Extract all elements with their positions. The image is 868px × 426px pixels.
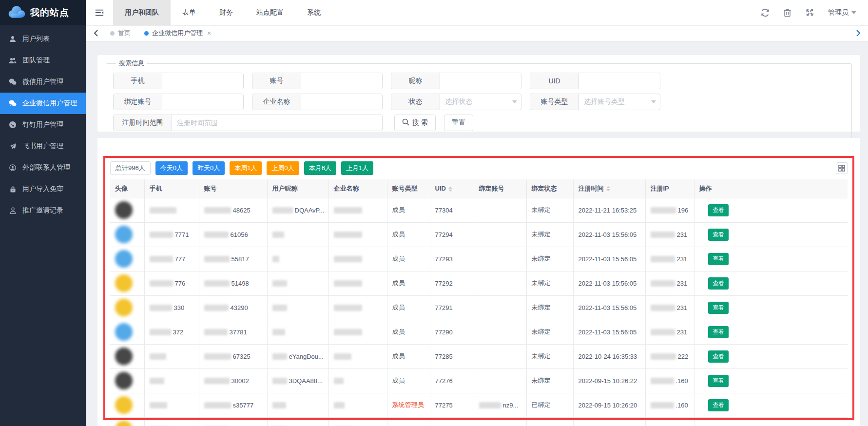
uid-cell: 77294 xyxy=(430,222,474,247)
redacted-text xyxy=(334,378,344,384)
view-button[interactable]: 查看 xyxy=(708,399,729,411)
redacted-text xyxy=(204,280,230,287)
sidebar-item[interactable]: 团队管理 xyxy=(0,50,86,71)
account-type-select[interactable]: 选择账号类型 xyxy=(579,94,647,110)
sidebar-item-label: 团队管理 xyxy=(22,56,50,65)
top-menu-item[interactable]: 财务 xyxy=(208,0,245,25)
phone-field-group: 手机 xyxy=(113,73,244,89)
avatar-cell xyxy=(110,320,144,344)
bind-account-input[interactable] xyxy=(162,94,243,110)
action-cell: 查看 xyxy=(694,222,743,247)
account-type-field-group: 账号类型选择账号类型 xyxy=(530,94,660,110)
users-icon xyxy=(9,57,17,64)
column-header-label: 注册IP xyxy=(651,185,669,192)
column-header[interactable]: UID xyxy=(430,179,474,198)
phone-input[interactable] xyxy=(162,73,243,89)
avatar xyxy=(115,226,133,243)
page-tabs: 首页企业微信用户管理× xyxy=(103,25,218,41)
status-select[interactable]: 选择状态 xyxy=(440,94,508,110)
account-input[interactable] xyxy=(301,73,382,89)
sidebar-item[interactable]: 用户列表 xyxy=(0,28,86,50)
page-tab[interactable]: 首页 xyxy=(103,25,137,41)
column-header-label: 头像 xyxy=(115,185,128,192)
redacted-text xyxy=(204,378,230,384)
table-row: s35777系统管理员77275nz9...已绑定2022-09-15 10:2… xyxy=(110,393,848,417)
search-button[interactable]: 搜 索 xyxy=(394,115,436,131)
column-header[interactable]: 注册时间 xyxy=(573,179,645,198)
bind-account-cell xyxy=(474,198,526,222)
view-button[interactable]: 查看 xyxy=(708,277,729,290)
row-filler xyxy=(743,222,848,247)
reset-button[interactable]: 重置 xyxy=(444,115,473,131)
redacted-text xyxy=(272,329,285,335)
status-field-group: 状态选择状态 xyxy=(391,94,521,110)
view-button[interactable]: 查看 xyxy=(708,253,729,265)
page-tab[interactable]: 企业微信用户管理× xyxy=(137,25,218,41)
phone-cell xyxy=(144,417,199,426)
admin-name: 管理员 xyxy=(828,8,849,17)
action-cell xyxy=(694,417,743,426)
table-body: 48625DQAAvP...成员77304未绑定2022-11-21 16:53… xyxy=(110,198,848,426)
company-name-input[interactable] xyxy=(301,94,382,110)
redacted-text xyxy=(272,207,293,213)
bind-status-cell: 未绑定 xyxy=(526,222,573,247)
redacted-text xyxy=(651,402,674,408)
tabs-scroll-right-icon[interactable] xyxy=(852,30,864,37)
sidebar-item[interactable]: 企业微信用户管理 xyxy=(0,93,86,114)
account-cell: 30002 xyxy=(199,368,267,393)
nickname-cell xyxy=(267,393,328,417)
column-settings-icon[interactable] xyxy=(836,162,848,174)
redacted-text xyxy=(150,353,166,360)
nickname-input[interactable] xyxy=(440,73,521,89)
top-menu-item[interactable]: 站点配置 xyxy=(245,0,295,25)
sidebar-item[interactable]: 推广邀请记录 xyxy=(0,200,86,221)
sidebar-item[interactable]: 飞书用户管理 xyxy=(0,136,86,157)
bind-account-cell: nz9... xyxy=(474,393,526,417)
view-button[interactable]: 查看 xyxy=(708,326,729,338)
refresh-icon[interactable] xyxy=(761,8,770,17)
top-menu-item[interactable]: 用户和团队 xyxy=(113,0,171,25)
table-row: 77755817成员77293未绑定2022-11-03 15:56:05231… xyxy=(110,247,848,271)
nickname-cell xyxy=(267,247,328,271)
view-button[interactable]: 查看 xyxy=(708,375,729,387)
redacted-text xyxy=(651,232,675,238)
reg-ip-cell: 231 xyxy=(645,320,694,344)
sidebar-item[interactable]: 外部联系人管理 xyxy=(0,157,86,178)
sidebar-item[interactable]: 用户导入免审 xyxy=(0,178,86,200)
view-button[interactable]: 查看 xyxy=(708,204,729,216)
uid-input[interactable] xyxy=(579,73,660,89)
reg-ip-cell: 231 xyxy=(645,295,694,320)
reg-time-range-input[interactable] xyxy=(172,115,382,131)
redacted-text xyxy=(272,280,287,287)
nickname-label: 昵称 xyxy=(391,73,440,89)
view-button[interactable]: 查看 xyxy=(708,302,729,314)
column-header-label: 绑定账号 xyxy=(479,185,504,192)
admin-dropdown[interactable]: 管理员 xyxy=(828,8,856,17)
reg-ip-cell: 231 xyxy=(645,222,694,247)
sort-icon[interactable] xyxy=(606,186,610,191)
avatar-cell xyxy=(110,368,144,393)
uid-field-group: UID xyxy=(530,73,660,89)
sidebar-collapse-icon[interactable] xyxy=(86,0,113,25)
top-header: 用户和团队表单财务站点配置系统 xyxy=(86,0,868,25)
view-button[interactable]: 查看 xyxy=(708,229,729,241)
column-header: 头像 xyxy=(110,179,144,198)
tab-close-icon[interactable]: × xyxy=(207,29,211,37)
top-menu-item[interactable]: 表单 xyxy=(171,0,208,25)
redacted-text xyxy=(651,280,675,287)
reg-time-cell: 2022-11-03 15:56:05 xyxy=(573,320,645,344)
bind-account-cell xyxy=(474,247,526,271)
nickname-cell xyxy=(267,295,328,320)
bind-account-cell xyxy=(474,368,526,393)
tabs-scroll-left-icon[interactable] xyxy=(90,30,101,37)
top-menu-item[interactable]: 系统 xyxy=(295,0,332,25)
trash-icon[interactable] xyxy=(783,8,792,17)
avatar-cell xyxy=(110,271,144,295)
sidebar-item[interactable]: 钉钉用户管理 xyxy=(0,114,86,136)
row-filler xyxy=(743,368,848,393)
fullscreen-icon[interactable] xyxy=(806,8,814,17)
sidebar-item[interactable]: 微信用户管理 xyxy=(0,71,86,93)
sort-icon[interactable] xyxy=(448,187,452,192)
avatar xyxy=(115,348,133,365)
view-button[interactable]: 查看 xyxy=(708,350,729,363)
